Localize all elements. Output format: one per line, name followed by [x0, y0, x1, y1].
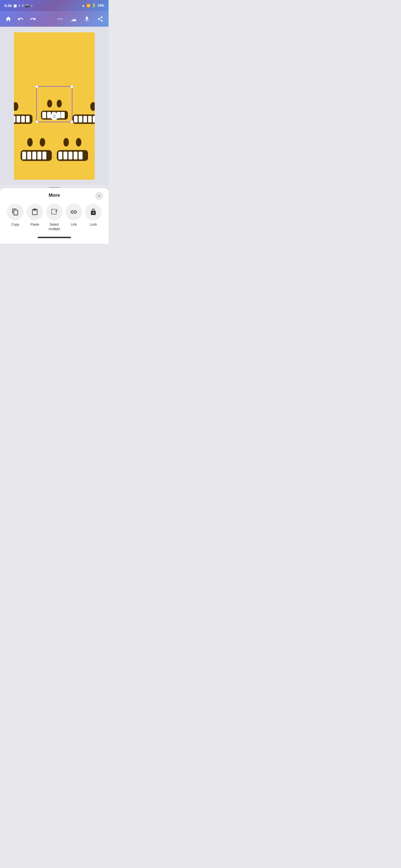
- rotate-handle[interactable]: [50, 113, 58, 120]
- svg-rect-25: [32, 152, 36, 159]
- design-canvas[interactable]: [14, 32, 95, 180]
- svg-point-20: [27, 138, 33, 147]
- handle-top-left[interactable]: [35, 85, 38, 88]
- close-button[interactable]: ×: [95, 192, 103, 200]
- svg-point-2: [61, 18, 63, 20]
- action-paste[interactable]: Paste: [26, 204, 43, 231]
- svg-point-1: [60, 18, 61, 20]
- svg-point-30: [76, 138, 82, 147]
- paste-label: Paste: [31, 223, 39, 227]
- battery-icon: 🔋: [92, 4, 96, 7]
- home-button[interactable]: [3, 14, 13, 24]
- status-left: 8:46 ▣ ≡ f 📷 •: [4, 4, 33, 8]
- bottom-sheet: More × Copy Paste: [0, 188, 109, 244]
- svg-point-0: [58, 18, 59, 20]
- select-multiple-icon-circle: [46, 204, 63, 220]
- svg-rect-18: [93, 116, 95, 122]
- lock-icon-circle: [85, 204, 102, 220]
- bottom-sheet-header: More ×: [0, 188, 109, 202]
- emoji-right: [69, 93, 95, 130]
- notification-icon-4: 📷: [25, 4, 30, 8]
- status-bar: 8:46 ▣ ≡ f 📷 • ▲ 📶 🔋 24%: [0, 0, 109, 11]
- battery-percent: 24%: [97, 4, 104, 7]
- status-right: ▲ 📶 🔋 24%: [82, 4, 104, 7]
- action-link[interactable]: Link: [65, 204, 82, 231]
- handle-bottom-right[interactable]: [70, 121, 73, 123]
- svg-rect-23: [22, 152, 26, 159]
- svg-point-21: [40, 138, 46, 147]
- home-indicator: [37, 237, 71, 238]
- link-label: Link: [71, 223, 77, 227]
- actions-grid: Copy Paste Select multiple: [0, 202, 109, 236]
- redo-button[interactable]: [28, 14, 38, 24]
- svg-rect-14: [74, 116, 78, 122]
- toolbar-right: [55, 14, 105, 24]
- svg-rect-36: [79, 152, 82, 159]
- svg-rect-9: [21, 116, 25, 122]
- toolbar: [0, 11, 109, 27]
- time: 8:46: [4, 4, 12, 8]
- svg-rect-33: [63, 152, 67, 159]
- signal-icon: 📶: [86, 4, 90, 7]
- svg-rect-24: [27, 152, 31, 159]
- select-multiple-label: Select multiple: [49, 223, 60, 231]
- share-button[interactable]: [95, 14, 105, 24]
- undo-button[interactable]: [16, 14, 26, 24]
- action-select-multiple[interactable]: Select multiple: [46, 204, 63, 231]
- notification-dot: •: [31, 4, 33, 8]
- svg-rect-8: [17, 116, 20, 122]
- svg-rect-15: [79, 116, 82, 122]
- link-icon-circle: [65, 204, 82, 220]
- svg-rect-17: [88, 116, 92, 122]
- svg-rect-26: [37, 152, 41, 159]
- lock-label: Lock: [90, 223, 97, 227]
- copy-icon-circle: [7, 204, 24, 220]
- emoji-bottom-right: [53, 128, 92, 167]
- canvas-area: [0, 27, 109, 185]
- svg-rect-35: [74, 152, 78, 159]
- copy-label: Copy: [11, 223, 19, 227]
- handle-top-right[interactable]: [70, 85, 73, 88]
- svg-rect-34: [68, 152, 73, 159]
- svg-rect-27: [42, 152, 46, 159]
- notification-icon-1: ▣: [13, 4, 17, 8]
- handle-bottom-left[interactable]: [35, 121, 38, 123]
- svg-rect-46: [52, 209, 56, 214]
- notification-icon-2: ≡: [18, 4, 21, 8]
- wifi-icon: ▲: [82, 4, 85, 7]
- svg-rect-10: [26, 116, 30, 122]
- paste-icon-circle: [26, 204, 43, 220]
- emoji-left: [14, 93, 39, 130]
- more-options-button[interactable]: [55, 14, 65, 24]
- action-copy[interactable]: Copy: [7, 204, 24, 231]
- svg-point-29: [63, 138, 69, 147]
- premium-button[interactable]: [68, 14, 79, 24]
- emoji-bottom-left: [17, 128, 56, 167]
- svg-rect-16: [83, 116, 87, 122]
- notification-icon-3: f: [22, 4, 23, 8]
- download-button[interactable]: [82, 14, 92, 24]
- action-lock[interactable]: Lock: [85, 204, 102, 231]
- toolbar-left: [3, 14, 38, 24]
- bottom-sheet-title: More: [49, 192, 60, 198]
- svg-rect-32: [58, 152, 62, 159]
- svg-rect-7: [14, 116, 16, 122]
